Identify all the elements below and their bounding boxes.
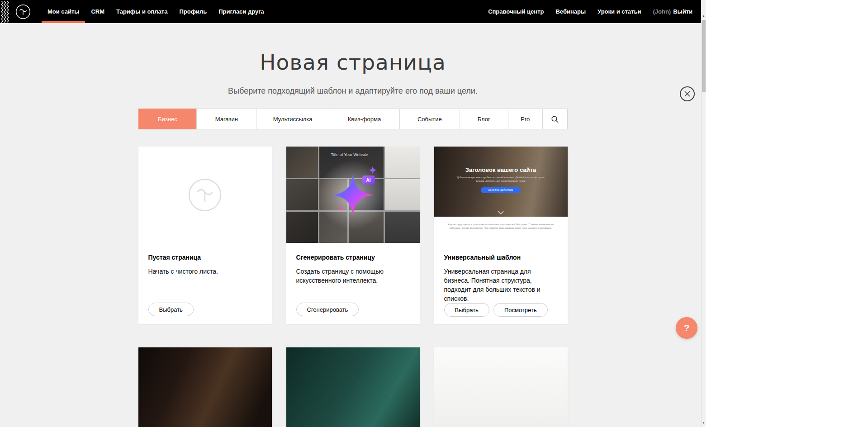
card-description: Создать страницу с помощью искусственног… (296, 267, 410, 285)
card-body: Сгенерировать страницу Создать страницу … (286, 243, 420, 324)
template-preview[interactable] (434, 347, 568, 427)
secondary-nav: Справочный центр Вебинары Уроки и статьи… (482, 0, 698, 23)
view-button[interactable]: Посмотреть (493, 303, 548, 317)
collage-tile (286, 147, 318, 178)
preview-cta-button: ЦЕЛЕВОЕ ДЕЙСТВИЕ (481, 187, 520, 193)
template-card (286, 347, 420, 427)
template-card (138, 347, 272, 427)
preview-title: Заголовок вашего сайта (434, 166, 568, 173)
new-page-dialog: Новая страница Выберите подходящий шабло… (0, 50, 706, 427)
preview-subtitle: Добавьте интересные подробности о вашей … (453, 176, 549, 183)
template-preview[interactable] (286, 347, 420, 427)
doodle-pattern-icon (0, 0, 10, 23)
nav-my-sites[interactable]: Мои сайты (42, 0, 85, 23)
card-title: Сгенерировать страницу (296, 254, 410, 261)
collage-tile (286, 179, 318, 210)
tab-store[interactable]: Магазин (196, 109, 256, 129)
template-grid: Пустая страница Начать с чистого листа. … (138, 147, 568, 427)
nav-lessons[interactable]: Уроки и статьи (592, 0, 647, 23)
card-title: Пустая страница (148, 254, 262, 261)
blank-page-preview[interactable] (138, 147, 272, 243)
nav-profile[interactable]: Профиль (173, 0, 213, 23)
tab-event[interactable]: Событие (399, 109, 460, 129)
collage-tile (385, 179, 420, 210)
template-card-blank: Пустая страница Начать с чистого листа. … (138, 147, 272, 324)
template-card-ai: Title of Your Website (286, 147, 420, 324)
collage-tile (286, 212, 318, 243)
tab-business[interactable]: Бизнес (139, 109, 197, 129)
preview-hero: Заголовок вашего сайта Добавьте интересн… (434, 147, 568, 217)
collage-tile (385, 147, 420, 178)
select-button[interactable]: Выбрать (148, 303, 194, 316)
nav-help-center[interactable]: Справочный центр (482, 0, 550, 23)
vertical-scrollbar[interactable]: ▲ ▼ (701, 0, 706, 427)
main-nav: Мои сайты CRM Тарифы и оплата Профиль Пр… (42, 0, 270, 23)
category-tabs: Бизнес Магазин Мультиссылка Квиз-форма С… (138, 109, 568, 129)
collage-site-title: Title of Your Website (318, 152, 381, 157)
ai-sparkle-small-icon (369, 166, 377, 174)
preview-body-text: Коротко представьтесь и расскажите о ком… (434, 217, 568, 230)
template-card-universal: Заголовок вашего сайта Добавьте интересн… (434, 147, 568, 324)
ai-generate-preview[interactable]: Title of Your Website (286, 147, 420, 243)
search-icon (551, 115, 559, 123)
template-card (434, 347, 568, 427)
nav-webinars[interactable]: Вебинары (550, 0, 592, 23)
card-description: Начать с чистого листа. (148, 267, 262, 276)
collage-tile (349, 212, 384, 243)
tab-quiz-form[interactable]: Квиз-форма (329, 109, 399, 129)
ai-badge: AI (362, 176, 375, 185)
card-body: Универсальный шаблон Универсальная стран… (434, 243, 568, 324)
help-button[interactable]: ? (676, 317, 697, 339)
tilda-watermark-icon (188, 178, 222, 212)
ai-sparkle-small-icon (338, 205, 344, 211)
collage-tile (319, 212, 347, 243)
nav-tariffs[interactable]: Тарифы и оплата (110, 0, 173, 23)
scroll-down-arrow-icon[interactable]: ▼ (702, 420, 706, 426)
card-body: Пустая страница Начать с чистого листа. … (138, 243, 272, 324)
page-title: Новая страница (0, 50, 706, 75)
tab-search[interactable] (542, 109, 567, 129)
card-description: Универсальная страница для бизнеса. Поня… (444, 267, 558, 303)
select-button[interactable]: Выбрать (444, 303, 489, 317)
nav-crm[interactable]: CRM (85, 0, 110, 23)
card-actions: Выбрать (148, 303, 262, 316)
universal-template-preview[interactable]: Заголовок вашего сайта Добавьте интересн… (434, 147, 568, 243)
chevron-down-icon (498, 211, 504, 214)
card-title: Универсальный шаблон (444, 254, 558, 261)
tab-pro[interactable]: Pro (508, 109, 542, 129)
generate-button[interactable]: Сгенерировать (296, 303, 359, 316)
top-navbar: Мои сайты CRM Тарифы и оплата Профиль Пр… (0, 0, 706, 23)
tab-multilink[interactable]: Мультиссылка (256, 109, 329, 129)
user-name: (John) (653, 8, 671, 15)
close-button[interactable] (680, 86, 695, 101)
scrollbar-thumb[interactable] (702, 20, 706, 92)
card-actions: Сгенерировать (296, 303, 410, 316)
logout-label: Выйти (673, 8, 693, 15)
tab-blog[interactable]: Блог (460, 109, 508, 129)
page-subtitle: Выберите подходящий шаблон и адаптируйте… (0, 86, 706, 96)
collage-tile (385, 212, 420, 243)
logout-link[interactable]: (John)Выйти (647, 0, 698, 23)
tilda-logo[interactable] (15, 4, 31, 19)
close-icon (684, 91, 690, 97)
scroll-up-arrow-icon[interactable]: ▲ (702, 13, 706, 19)
tilda-dashboard-window: Мои сайты CRM Тарифы и оплата Профиль Пр… (0, 0, 706, 427)
nav-invite-friend[interactable]: Пригласи друга (213, 0, 270, 23)
template-preview[interactable] (138, 347, 272, 427)
card-actions: Выбрать Посмотреть (444, 303, 558, 317)
